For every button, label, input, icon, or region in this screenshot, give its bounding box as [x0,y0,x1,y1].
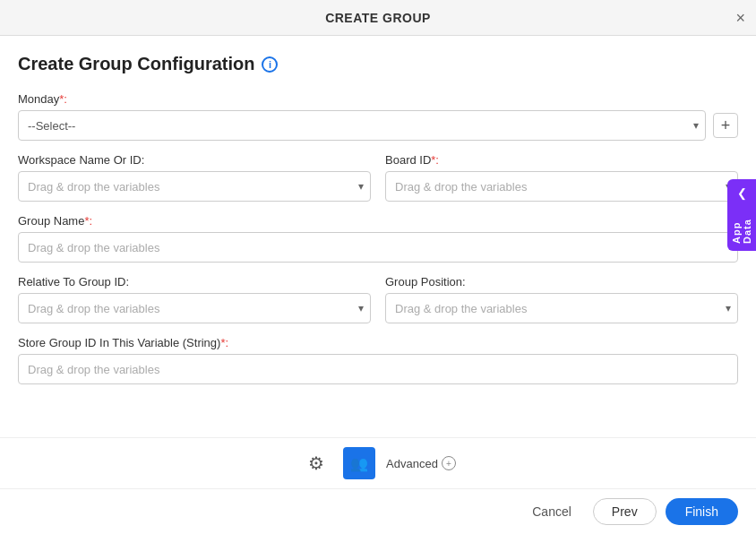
app-data-tab[interactable]: ❮ App Data [727,179,756,251]
modal-body: Create Group Configuration i Monday*: --… [0,36,756,437]
relative-input-wrapper: Drag & drop the variables ▾ [18,293,371,323]
monday-label: Monday*: [18,92,738,106]
monday-section: Monday*: --Select-- ▾ + [18,92,738,141]
workspace-label: Workspace Name Or ID: [18,153,371,167]
prev-button[interactable]: Prev [593,498,657,525]
relative-label: Relative To Group ID: [18,275,371,289]
gear-icon-button[interactable]: ⚙ [300,447,332,479]
group-name-input[interactable]: Drag & drop the variables [18,232,738,263]
workspace-input-wrapper: Drag & drop the variables ▾ [18,171,371,202]
group-name-label: Group Name*: [18,214,738,228]
close-button[interactable]: × [735,10,745,26]
footer-actions: ⚙ 👥 Advanced + [0,437,756,488]
page-heading: Create Group Configuration i [18,54,738,74]
board-id-input-wrapper: Drag & drop the variables ▾ [385,171,738,202]
relative-section: Relative To Group ID: Drag & drop the va… [18,275,371,323]
app-data-chevron-icon: ❮ [737,186,747,200]
workspace-board-row: Workspace Name Or ID: Drag & drop the va… [18,153,738,202]
group-position-label: Group Position: [385,275,738,289]
group-name-section: Group Name*: Drag & drop the variables [18,214,738,263]
group-position-section: Group Position: Drag & drop the variable… [385,275,738,323]
advanced-link[interactable]: Advanced + [386,456,456,470]
info-icon[interactable]: i [262,56,278,73]
board-id-input[interactable]: Drag & drop the variables [385,171,738,202]
board-id-section: Board ID*: Drag & drop the variables ▾ [385,153,738,202]
group-position-input-wrapper: Drag & drop the variables ▾ [385,293,738,323]
monday-row: --Select-- ▾ + [18,110,738,141]
advanced-plus-icon: + [442,456,456,470]
modal-bottom-bar: Cancel Prev Finish [0,488,756,534]
workspace-input[interactable]: Drag & drop the variables [18,171,371,202]
gear-icon: ⚙ [308,452,324,474]
people-icon-button[interactable]: 👥 [343,447,375,479]
monday-select[interactable]: --Select-- [18,110,706,141]
store-input[interactable]: Drag & drop the variables [18,354,738,384]
page-heading-text: Create Group Configuration [18,54,254,74]
group-position-input[interactable]: Drag & drop the variables [385,293,738,323]
store-section: Store Group ID In This Variable (String)… [18,336,738,384]
app-data-label: App Data [731,203,752,244]
relative-position-row: Relative To Group ID: Drag & drop the va… [18,275,738,323]
people-icon: 👥 [350,455,368,472]
workspace-section: Workspace Name Or ID: Drag & drop the va… [18,153,371,202]
modal-title: CREATE GROUP [325,11,431,25]
modal-header: CREATE GROUP × [0,0,756,36]
advanced-label: Advanced [386,457,438,470]
cancel-button[interactable]: Cancel [520,499,584,524]
relative-input[interactable]: Drag & drop the variables [18,293,371,323]
monday-add-button[interactable]: + [713,113,738,138]
monday-select-wrapper: --Select-- ▾ [18,110,706,141]
finish-button[interactable]: Finish [666,498,738,525]
board-id-label: Board ID*: [385,153,738,167]
store-label: Store Group ID In This Variable (String)… [18,336,738,349]
modal-container: CREATE GROUP × Create Group Configuratio… [0,0,756,534]
